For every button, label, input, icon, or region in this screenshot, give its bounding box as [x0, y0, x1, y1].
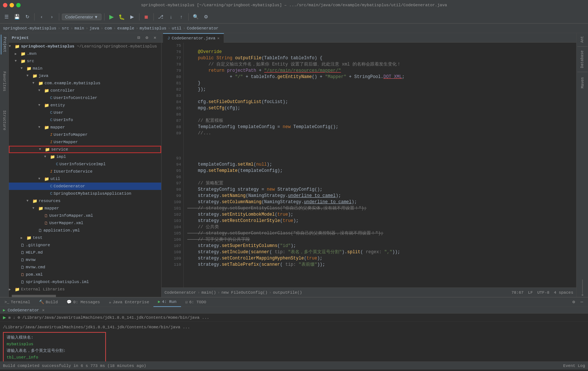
nav-back-button[interactable]: ‹	[37, 13, 46, 21]
run-filter-icon[interactable]: ⚙	[18, 315, 20, 320]
tree-item-root[interactable]: ▼ 📁 springboot-mybatisplus ~/Learning/sp…	[9, 43, 161, 50]
run-stop-icon[interactable]: ◼	[8, 315, 11, 320]
tree-item-userinfo[interactable]: C UserInfo	[9, 116, 161, 124]
breadcrumb-com[interactable]: com	[105, 26, 112, 31]
close-button[interactable]	[3, 3, 7, 7]
tree-item-usermapper[interactable]: I UserMapper	[9, 138, 161, 146]
nav-forward-button[interactable]: ›	[47, 13, 56, 21]
left-tab-favorites[interactable]: Favorites	[1, 69, 7, 93]
code-text[interactable]: @Override public String outputFile(Table…	[184, 43, 576, 287]
bottom-tab-build[interactable]: 🔨 Build	[35, 297, 62, 307]
tree-item-mvnwcmd[interactable]: 🗋 mvnw.cmd	[9, 264, 161, 271]
run-with-coverage-button[interactable]: ▶	[128, 13, 137, 21]
tree-item-userinfomapper[interactable]: I UserInfoMapper	[9, 131, 161, 138]
tree-item-entity[interactable]: ▼ 📁 entity	[9, 102, 161, 109]
breadcrumb-root[interactable]: springboot-mybatisplus	[3, 26, 56, 31]
breadcrumb-mybatisplus[interactable]: mybatisplus	[140, 26, 167, 31]
console-prompt-1: 请输入模块名:	[7, 334, 102, 341]
settings-button[interactable]: ⚙	[202, 13, 210, 21]
tree-item-helpmd[interactable]: 🗋 HELP.md	[9, 249, 161, 256]
editor-content[interactable]: 75 76 77 78 79 80 81 82 83 84 85 86 87 8…	[162, 43, 576, 287]
breadcrumb-sep-4: ›	[113, 26, 116, 31]
save-button[interactable]: 💾	[13, 13, 21, 21]
tree-item-iml[interactable]: 🗋 springboot-mybatisplus.iml	[9, 278, 161, 286]
breadcrumb-java[interactable]: java	[89, 26, 99, 31]
bottom-close-btn[interactable]: —	[578, 299, 585, 305]
tree-item-src[interactable]: ▼ 📁 src	[9, 57, 161, 65]
git-push-button[interactable]: ↑	[177, 13, 186, 21]
file-icon: 🗋	[21, 258, 25, 262]
run-close-icon[interactable]: ✕	[42, 308, 45, 312]
git-button[interactable]: ⎇	[156, 13, 165, 21]
sidebar-settings-btn[interactable]: ⚙	[144, 35, 150, 41]
minimize-button[interactable]	[10, 3, 14, 7]
tree-item-java[interactable]: ▼ 📁 java	[9, 72, 161, 80]
tree-arrow: ▼	[32, 206, 38, 210]
javaee-label: Java Enterprise	[113, 300, 149, 304]
bottom-tab-run[interactable]: ▶ 4: Run	[153, 297, 181, 307]
tree-item-gitignore[interactable]: 🗋 .gitignore	[9, 241, 161, 249]
bottom-tab-javaee[interactable]: ☕ Java Enterprise	[105, 297, 154, 307]
tree-item-controller[interactable]: ▼ 📁 controller	[9, 87, 161, 94]
tab-close-button[interactable]: ✕	[217, 36, 219, 40]
left-tab-structure[interactable]: Structure	[1, 108, 7, 132]
console-output[interactable]: /Library/Java/JavaVirtualMachines/jdk1.8…	[0, 322, 588, 361]
tree-item-mvnw[interactable]: 🗋 mvnw	[9, 256, 161, 264]
tree-item-userinfomapper-xml[interactable]: 🗋 UserInfoMapper.xml	[9, 212, 161, 219]
console-input-1: mybatisplus	[7, 341, 102, 347]
maximize-button[interactable]	[16, 3, 21, 7]
tree-item-extlibs[interactable]: ▶ 📁 External Libraries	[9, 286, 161, 293]
tree-item-mapper-res[interactable]: ▼ 📁 mapper	[9, 205, 161, 212]
breadcrumb-main[interactable]: main	[74, 26, 84, 31]
right-maven-btn[interactable]: Maven	[577, 76, 588, 90]
run-scroll-icon[interactable]: ↓	[13, 315, 15, 320]
menu-button[interactable]: ☰	[2, 13, 11, 21]
event-log-link[interactable]: Event Log	[563, 364, 585, 368]
sidebar-close-btn[interactable]: ✕	[152, 35, 158, 41]
bottom-tab-terminal[interactable]: >_ Terminal	[0, 297, 35, 307]
left-tab-project[interactable]: Project	[1, 35, 8, 54]
build-label: Build	[46, 300, 58, 304]
right-tab-art[interactable]: Ant	[580, 35, 584, 44]
bottom-tab-todo[interactable]: ☑ 6: TODO	[181, 297, 211, 307]
tree-item-resources[interactable]: ▼ 📁 resources	[9, 197, 161, 205]
search-everywhere-button[interactable]: 🔍	[191, 13, 200, 21]
interface-icon: I	[50, 132, 53, 137]
breadcrumb-codegenerator[interactable]: CodeGenerator	[187, 26, 219, 31]
file-icon: 🗋	[21, 250, 25, 255]
tree-item-usermapper-xml[interactable]: 🗋 UserMapper.xml	[9, 219, 161, 227]
sidebar-collapse-btn[interactable]: ⊟	[135, 35, 142, 41]
project-dropdown[interactable]: CodeGenerator ▼	[62, 14, 102, 20]
right-tab-database[interactable]: Database	[580, 49, 584, 70]
tree-item-userinfoserviceimpl[interactable]: C UserInfoServiceImpl	[9, 160, 161, 168]
run-restart-icon[interactable]: ▶	[3, 314, 6, 321]
bottom-tab-messages[interactable]: 💬 0: Messages	[62, 297, 105, 307]
debug-button[interactable]: 🐛	[117, 13, 126, 21]
sync-button[interactable]: ↻	[23, 13, 32, 21]
tree-item-com[interactable]: ▼ 📁 com.example.mybatisplus	[9, 80, 161, 87]
sidebar-scroll[interactable]: ▼ 📁 springboot-mybatisplus ~/Learning/sp…	[9, 43, 161, 297]
tree-item-appyml[interactable]: 🗋 application.yml	[9, 227, 161, 234]
breadcrumb-src[interactable]: src	[62, 26, 69, 31]
tab-codegenerator[interactable]: J CodeGenerator.java ✕	[163, 33, 224, 43]
tree-item-main[interactable]: ▼ 📁 main	[9, 65, 161, 72]
bottom-settings-btn[interactable]: ⚙	[570, 299, 577, 305]
tree-item-iuserinfoservice[interactable]: I IUserInfoService	[9, 168, 161, 175]
traffic-lights[interactable]	[3, 3, 21, 7]
tree-item-mvn[interactable]: ▶ 📁 .mvn	[9, 50, 161, 57]
tree-item-util[interactable]: ▼ 📁 util	[9, 175, 161, 183]
tree-item-service[interactable]: ▼ 📁 service	[9, 146, 161, 153]
stop-button[interactable]: ◼	[142, 13, 151, 21]
run-button[interactable]: ▶	[107, 13, 116, 21]
tree-item-test[interactable]: ▶ 📁 test	[9, 234, 161, 241]
git-pull-button[interactable]: ↓	[167, 13, 176, 21]
breadcrumb-util[interactable]: util	[172, 26, 181, 31]
tree-item-impl[interactable]: ▼ 📁 impl	[9, 153, 161, 160]
tree-item-springbootapp[interactable]: C SpringbootMybatisplusApplication	[9, 190, 161, 197]
tree-item-codegenerator[interactable]: C CodeGenerator	[9, 183, 161, 190]
tree-item-mapper[interactable]: ▼ 📁 mapper	[9, 124, 161, 131]
tree-item-pomxml[interactable]: 🗋 pom.xml	[9, 271, 161, 278]
tree-item-user[interactable]: C User	[9, 109, 161, 116]
tree-item-userinfoctrl[interactable]: C UserInfoController	[9, 94, 161, 102]
breadcrumb-example[interactable]: example	[117, 26, 134, 31]
